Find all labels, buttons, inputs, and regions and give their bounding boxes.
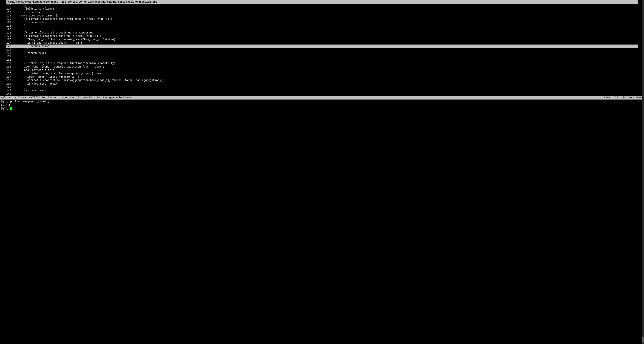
source-line: 119 case Item::FUNC_ITEM: {	[6, 14, 638, 18]
code-text: Item **args = ifunc->arguments();	[12, 75, 79, 78]
status-position: Line: 128 PC: 0x2d19e04	[604, 96, 643, 99]
code-text: }	[12, 4, 26, 7]
line-number: 123	[6, 28, 12, 31]
source-line: 117 fields.insert(item);	[6, 7, 638, 10]
scrollbar-down-arrow[interactable]: ▾	[642, 342, 644, 344]
line-number: 122	[6, 24, 12, 28]
source-line: 121 return false;	[6, 21, 638, 24]
line-number: 138	[6, 78, 12, 82]
line-number: 130	[6, 52, 12, 55]
code-text: }	[12, 55, 26, 58]
code-text: return true;	[12, 11, 43, 14]
status-bar: multi-thre Thread 0x7ff3d In: Tianmu::co…	[0, 96, 644, 100]
source-line: 138 correct = (correct && SanityAggregat…	[6, 78, 638, 82]
code-text: case Item::FUNC_ITEM: {	[12, 14, 57, 18]
line-number: 118	[6, 11, 12, 14]
source-window: 116 }117 fields.insert(item);118 return …	[6, 4, 638, 96]
code-text: }	[12, 24, 26, 28]
line-number: 126	[6, 38, 12, 41]
source-line: 142 }	[6, 92, 638, 95]
scrollbar-thumb[interactable]	[642, 337, 644, 342]
code-text: Item_func_sp *ifunc = dynamic_cast<Item_…	[12, 38, 117, 41]
line-number: 137	[6, 75, 12, 78]
code-text: if (ifunc->argument_count() != 0) {	[12, 41, 82, 44]
source-line: 134 Item_func *ifunc = dynamic_cast<Item…	[6, 65, 638, 68]
source-line: 122 }	[6, 24, 638, 28]
line-number: 140	[6, 86, 12, 89]
code-text: return false;	[12, 21, 48, 24]
gdb-console[interactable]: (gdb) p ifunc->argument_count()$1 = 1(gd…	[0, 100, 644, 110]
line-number: 120	[6, 18, 12, 21]
source-line: 124 // currently stored procedures not s…	[6, 31, 638, 34]
code-text: if (!correct) break;	[12, 82, 59, 86]
source-line: 123	[6, 28, 638, 31]
source-line: 129 }	[6, 48, 638, 52]
line-number: 141	[6, 89, 12, 92]
code-text: }	[12, 86, 26, 89]
status-context: multi-thre Thread 0x7ff3d In: Tianmu::co…	[1, 96, 131, 99]
source-line: 116 }	[6, 4, 638, 7]
line-number: 131	[6, 55, 12, 58]
console-line: (gdb)	[1, 106, 643, 110]
code-text: bool correct = true;	[12, 68, 56, 72]
code-text: }	[12, 48, 29, 52]
code-text: }	[12, 92, 23, 95]
source-code-area[interactable]: 116 }117 fields.insert(item);118 return …	[6, 4, 638, 95]
code-text: if (dynamic_cast<Item_func_trig_cond *>(…	[12, 18, 112, 21]
line-number: 142	[6, 92, 12, 95]
line-number: 128	[6, 44, 12, 48]
code-text: correct = (correct && SanityAggregationC…	[12, 78, 164, 82]
cursor	[10, 107, 12, 110]
scrollbar-up-arrow[interactable]: ▴	[642, 0, 644, 2]
source-line: 137 Item **args = ifunc->arguments();	[6, 75, 638, 78]
code-text: if (dynamic_cast<Item_func_sp *>(item) !…	[12, 34, 101, 38]
code-text: Item_func *ifunc = dynamic_cast<Item_fun…	[12, 65, 104, 68]
code-text: return correct;	[12, 89, 48, 92]
line-number: 121	[6, 21, 12, 24]
source-line: 133 // Otherwise, it's a regular functio…	[6, 62, 638, 65]
line-number: 116	[6, 4, 12, 7]
source-line: 130 return true;	[6, 52, 638, 55]
source-line: 132	[6, 58, 638, 62]
source-line: 135 bool correct = true;	[6, 68, 638, 72]
line-number: 124	[6, 31, 12, 34]
code-text: return true;	[12, 52, 46, 55]
line-number: 117	[6, 7, 12, 10]
line-number: 136	[6, 72, 12, 75]
code-text: fields.insert(item);	[12, 7, 56, 10]
file-path-title: /home/jenkins/workspace/stonedb5.7-zsl-c…	[6, 0, 638, 4]
line-number: 133	[6, 62, 12, 65]
source-line: B+>128 return false;	[6, 44, 638, 48]
line-number: 135	[6, 68, 12, 72]
code-text: // currently stored procedures not suppo…	[12, 31, 93, 34]
console-line: $1 = 1	[1, 103, 643, 106]
line-number: 119	[6, 14, 12, 18]
line-number: 127	[6, 41, 12, 44]
line-number: 129	[6, 48, 12, 52]
line-number: 125	[6, 34, 12, 38]
source-line: 140 }	[6, 86, 638, 89]
line-number: 132	[6, 58, 12, 62]
code-text: // Otherwise, it's a regular function/op…	[12, 62, 116, 65]
code-text: for (uint i = 0; i < ifunc->argument_cou…	[12, 72, 106, 75]
source-line: 141 return correct;	[6, 89, 638, 92]
source-line: 125 if (dynamic_cast<Item_func_sp *>(ite…	[6, 34, 638, 38]
line-number: 139	[6, 82, 12, 86]
line-number: 134	[6, 65, 12, 68]
code-text: return false;	[12, 44, 51, 48]
source-line: 118 return true;	[6, 11, 638, 14]
source-line: 136 for (uint i = 0; i < ifunc->argument…	[6, 72, 638, 75]
console-line: (gdb) p ifunc->argument_count()	[1, 100, 643, 103]
source-line: 120 if (dynamic_cast<Item_func_trig_cond…	[6, 18, 638, 21]
source-line: 127 if (ifunc->argument_count() != 0) {	[6, 41, 638, 44]
source-line: 126 Item_func_sp *ifunc = dynamic_cast<I…	[6, 38, 638, 41]
vertical-scrollbar[interactable]: ▴ ▾	[642, 0, 644, 344]
source-line: 131 }	[6, 55, 638, 58]
source-line: 139 if (!correct) break;	[6, 82, 638, 86]
